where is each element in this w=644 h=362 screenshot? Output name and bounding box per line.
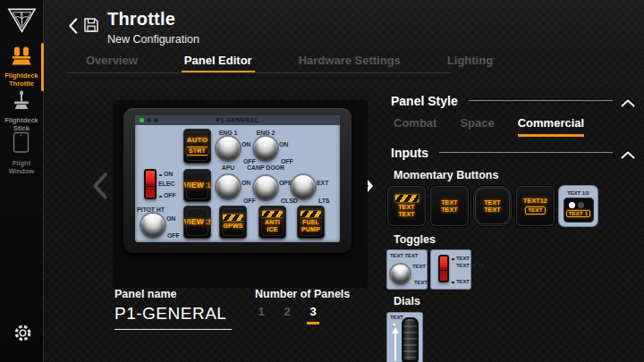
sidebar-item-flightdeck-stick[interactable]: Flightdeck Stick: [0, 90, 43, 133]
tab-overview[interactable]: Overview: [83, 54, 140, 73]
ext-lights-knob[interactable]: [292, 175, 315, 198]
button-label: AUTO: [187, 137, 208, 145]
toggles-label: Toggles: [394, 233, 436, 246]
tile-label: TEXT: [456, 279, 470, 284]
arrow-up-icon: [394, 333, 396, 361]
knob-label: EXT: [317, 180, 328, 186]
panel-count-option-3[interactable]: 3: [307, 305, 319, 324]
tile-label: TEXT: [414, 280, 428, 285]
flight-window-icon: [13, 141, 30, 156]
momentary-button-palette: TEXT TEXT TEXT TEXT TEXT TEXT TEXT12 TEX…: [387, 186, 597, 226]
gear-icon: [12, 333, 34, 347]
knob-label: ON: [166, 215, 175, 222]
tab-divider: [67, 72, 452, 73]
toggle-tile-rocker[interactable]: TEXT TEXT TEXT TEXT: [431, 250, 470, 289]
panel-count-options: 1 2 3: [255, 305, 319, 324]
collapse-inputs-button[interactable]: [621, 148, 635, 157]
hazard-stripe-icon: [223, 215, 243, 221]
knob-label: ON: [279, 141, 288, 147]
button-label: VIEW 2: [183, 218, 210, 226]
button-label: VIEW 1: [183, 181, 210, 189]
turtle-beach-logo-icon: [7, 7, 37, 36]
save-button[interactable]: [82, 17, 99, 34]
tile-label: TEXT: [412, 264, 426, 269]
tile-label: TEXT TEXT: [441, 199, 458, 213]
knob-label: PITOT HT: [137, 206, 165, 213]
toggle-label: OFF: [164, 192, 176, 198]
indicator-dots: [564, 202, 594, 208]
style-option-space[interactable]: Space: [460, 116, 494, 137]
sidebar-item-flightdeck-throttle[interactable]: Flightdeck Throttle: [0, 46, 43, 88]
chevron-left-icon: [68, 23, 78, 37]
panel-preview-stage: P1-GENERAL AUTO STRT VIEW 1 VIEW 2: [113, 100, 368, 288]
toggle-tile-knob[interactable]: TEXT TEXT TEXT TEXT: [387, 250, 427, 289]
view2-button[interactable]: VIEW 2: [183, 206, 211, 239]
save-icon: [83, 22, 99, 36]
tab-hardware-settings[interactable]: Hardware Settings: [296, 54, 403, 73]
panel-canvas: AUTO STRT VIEW 1 VIEW 2 ON ELEC: [135, 125, 340, 242]
tile-label: TEXT TEXT: [390, 253, 418, 258]
scroll-wheel-icon: [402, 317, 419, 362]
anti-ice-button[interactable]: ANTI ICE: [258, 206, 286, 239]
button-label: FUEL PUMP: [301, 219, 320, 232]
style-option-commercial[interactable]: Commercial: [518, 116, 584, 137]
previous-panel-button[interactable]: [93, 173, 107, 202]
momentary-tile-hazard[interactable]: TEXT TEXT: [387, 186, 426, 226]
toggle-label: ELEC: [158, 181, 174, 187]
tile-label: TEXT12: [523, 198, 547, 205]
knob-label: OFF: [243, 158, 256, 164]
tick-mark: [452, 258, 454, 260]
eng2-knob[interactable]: [254, 137, 277, 160]
tab-panel-editor[interactable]: Panel Editor: [182, 54, 255, 73]
page-title: Throttle: [107, 9, 175, 29]
section-title: Panel Style: [391, 94, 458, 108]
back-button[interactable]: [66, 18, 79, 34]
pitot-knob[interactable]: [141, 214, 165, 237]
tile-label: TEXT 1: [566, 210, 591, 218]
dot-off-icon: [578, 202, 584, 208]
momentary-tile-octagon[interactable]: TEXT TEXT: [473, 186, 512, 226]
knob-label: ON: [242, 180, 250, 186]
knob-label: OFF: [243, 198, 256, 204]
sidebar-item-label: Flightdeck Throttle: [0, 72, 43, 88]
device-bezel: P1-GENERAL AUTO STRT VIEW 1 VIEW 2: [123, 108, 352, 253]
elec-toggle-switch[interactable]: [144, 169, 157, 199]
panel-screen[interactable]: P1-GENERAL AUTO STRT VIEW 1 VIEW 2: [135, 115, 340, 242]
panel-name-input[interactable]: P1-GENERAL: [114, 304, 232, 330]
fuel-pump-button[interactable]: FUEL PUMP: [297, 206, 325, 239]
panel-style-section-header: Panel Style: [391, 93, 635, 108]
dial-tile-wheel[interactable]: TEXT +: [387, 313, 422, 362]
dials-label: Dials: [394, 295, 420, 307]
button-label: ANTI ICE: [265, 219, 280, 232]
knob-label: OFF: [167, 232, 180, 239]
momentary-tile-labeled[interactable]: TEXT12 TEXT: [516, 186, 555, 226]
active-indicator: [41, 43, 45, 91]
hazard-stripe-icon: [301, 211, 321, 217]
panel-window-titlebar: P1-GENERAL: [135, 115, 340, 125]
app-window: Flightdeck Throttle Flightdeck Stick: [0, 0, 644, 362]
tab-lighting[interactable]: Lighting: [445, 54, 496, 73]
momentary-tile-square[interactable]: TEXT TEXT: [430, 186, 469, 226]
panel-count-option-2[interactable]: 2: [281, 305, 293, 324]
sidebar-item-flight-window[interactable]: Flight Window: [0, 131, 43, 176]
indicator-button: TEXT 1: [564, 198, 594, 223]
canp-door-knob[interactable]: [254, 176, 277, 199]
rocker-switch-icon: [438, 255, 449, 282]
sidebar-item-label: Flightdeck Stick: [0, 116, 43, 133]
knob-label: LTS: [318, 198, 329, 204]
apu-knob[interactable]: [216, 175, 240, 198]
gpws-button[interactable]: GPWS: [219, 206, 247, 239]
divider: [469, 100, 613, 101]
panel-count-option-1[interactable]: 1: [255, 305, 267, 324]
panel-style-options: Combat Space Commercial: [394, 116, 584, 137]
knob-label: ENG 2: [239, 130, 292, 136]
knob-label: CANP DOOR: [234, 164, 297, 171]
collapse-panel-style-button[interactable]: [621, 97, 635, 105]
momentary-tile-indicator[interactable]: TEXT 1/2 TEXT 1: [559, 186, 597, 226]
view1-button[interactable]: VIEW 1: [183, 169, 211, 202]
settings-button[interactable]: [11, 322, 34, 345]
chevron-left-icon: [93, 189, 107, 202]
style-option-combat[interactable]: Combat: [394, 116, 436, 137]
eng1-knob[interactable]: [216, 137, 240, 160]
divider: [439, 152, 613, 153]
